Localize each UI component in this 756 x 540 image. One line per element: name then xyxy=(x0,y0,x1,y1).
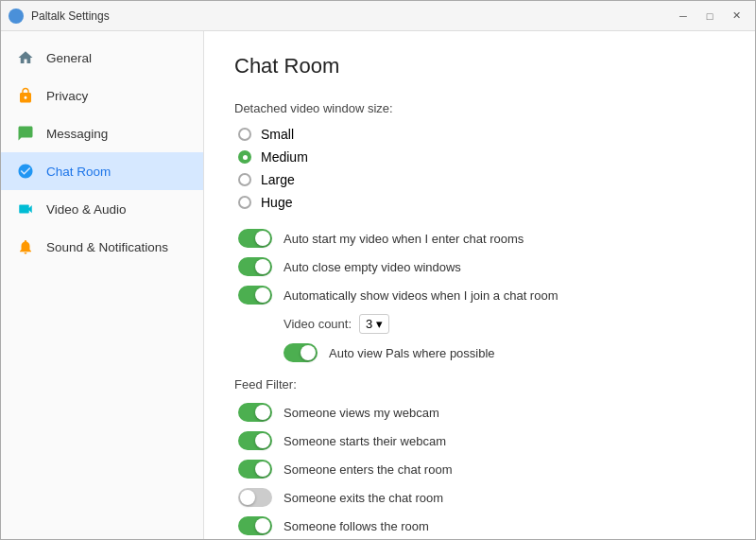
toggle-webcam-view-label: Someone views my webcam xyxy=(284,406,439,420)
toggle-enters-room-switch[interactable] xyxy=(238,460,272,479)
sidebar-item-soundnotif[interactable]: Sound & Notifications xyxy=(1,228,203,266)
radio-small[interactable]: Small xyxy=(238,127,725,142)
lock-icon xyxy=(16,86,35,105)
toggle-exits-room-switch[interactable] xyxy=(238,488,272,507)
feed-filter-webcam-start: Someone starts their webcam xyxy=(234,431,725,450)
video-count-label: Video count: xyxy=(284,317,352,331)
toggle-webcam-start-label: Someone starts their webcam xyxy=(284,434,446,448)
video-count-value: 3 xyxy=(366,317,372,331)
toggle-autoclose-knob xyxy=(255,259,270,274)
messaging-icon xyxy=(16,124,35,143)
window-controls: ─ □ ✕ xyxy=(672,7,747,26)
radio-medium-circle xyxy=(238,150,251,164)
radio-large[interactable]: Large xyxy=(238,172,725,187)
toggle-exits-room-knob xyxy=(240,490,255,505)
video-icon xyxy=(16,200,35,218)
feed-filter-webcam-view: Someone views my webcam xyxy=(234,403,725,422)
page-title: Chat Room xyxy=(234,54,725,78)
radio-huge-circle xyxy=(238,196,251,209)
title-bar-left: Paltalk Settings xyxy=(9,9,110,24)
toggle-exits-room-label: Someone exits the chat room xyxy=(284,491,443,505)
sidebar-messaging-label: Messaging xyxy=(46,127,108,141)
toggle-webcam-start-knob xyxy=(255,433,270,448)
radio-medium-label: Medium xyxy=(261,149,308,165)
toggle-webcam-start-switch[interactable] xyxy=(238,431,272,450)
toggle-follows-room-label: Someone follows the room xyxy=(284,519,429,533)
sidebar-soundnotif-label: Sound & Notifications xyxy=(46,240,168,254)
toggle-webcam-view-knob xyxy=(255,405,270,420)
chatroom-icon xyxy=(16,162,35,181)
minimize-button[interactable]: ─ xyxy=(672,7,695,26)
toggle-autoview-label: Auto view Pals where possible xyxy=(329,346,495,360)
toggle-autoclose-video: Auto close empty video windows xyxy=(234,257,725,276)
content-area: General Privacy Messaging Chat Room xyxy=(1,31,755,539)
toggle-autoview-knob xyxy=(301,345,316,360)
radio-huge-label: Huge xyxy=(261,195,292,210)
toggle-autostart-knob xyxy=(255,231,270,246)
sidebar-chatroom-label: Chat Room xyxy=(46,165,111,179)
radio-huge[interactable]: Huge xyxy=(238,195,725,210)
home-icon xyxy=(16,48,35,67)
maximize-button[interactable]: □ xyxy=(698,7,721,26)
toggle-follows-room-switch[interactable] xyxy=(238,516,272,535)
sidebar-privacy-label: Privacy xyxy=(46,89,88,103)
app-icon xyxy=(9,9,24,24)
sidebar-item-chatroom[interactable]: Chat Room xyxy=(1,152,203,190)
toggle-autoshow-knob xyxy=(255,287,270,303)
toggle-webcam-view-switch[interactable] xyxy=(238,403,272,422)
toggle-autoshow-switch[interactable] xyxy=(238,286,272,305)
toggle-enters-room-label: Someone enters the chat room xyxy=(284,462,453,477)
feed-filter-label: Feed Filter: xyxy=(234,377,725,392)
title-bar: Paltalk Settings ─ □ ✕ xyxy=(1,1,755,31)
toggle-autostart-switch[interactable] xyxy=(238,229,272,248)
sidebar-general-label: General xyxy=(46,51,92,65)
sidebar-item-videoaudio[interactable]: Video & Audio xyxy=(1,190,203,228)
sidebar-item-messaging[interactable]: Messaging xyxy=(1,114,203,152)
toggle-autoview: Auto view Pals where possible xyxy=(284,343,725,362)
video-count-select[interactable]: 3 ▾ xyxy=(359,314,389,334)
toggle-autoshow-label: Automatically show videos when I join a … xyxy=(284,288,558,303)
radio-small-circle xyxy=(238,128,251,141)
toggle-autostart-label: Auto start my video when I enter chat ro… xyxy=(284,232,524,246)
sidebar-item-general[interactable]: General xyxy=(1,39,203,77)
toggle-autoclose-switch[interactable] xyxy=(238,257,272,276)
window-title: Paltalk Settings xyxy=(31,9,110,23)
close-button[interactable]: ✕ xyxy=(725,7,747,26)
video-size-radio-group: Small Medium Large Huge xyxy=(234,127,725,210)
auto-view-row: Auto view Pals where possible xyxy=(234,343,725,362)
sidebar-videoaudio-label: Video & Audio xyxy=(46,202,127,217)
chevron-down-icon: ▾ xyxy=(376,317,383,331)
feed-filter-enters-room: Someone enters the chat room xyxy=(234,460,725,479)
toggle-autoclose-label: Auto close empty video windows xyxy=(284,260,461,274)
feed-filter-follows-room: Someone follows the room xyxy=(234,516,725,535)
radio-medium[interactable]: Medium xyxy=(238,149,725,165)
sidebar-item-privacy[interactable]: Privacy xyxy=(1,77,203,114)
app-window: Paltalk Settings ─ □ ✕ General Privacy xyxy=(0,0,756,540)
radio-large-circle xyxy=(238,173,251,186)
toggle-autostart-video: Auto start my video when I enter chat ro… xyxy=(234,229,725,248)
feed-filter-exits-room: Someone exits the chat room xyxy=(234,488,725,507)
video-count-row: Video count: 3 ▾ xyxy=(234,314,725,334)
toggle-enters-room-knob xyxy=(255,462,270,477)
video-window-section-label: Detached video window size: xyxy=(234,101,725,115)
main-content: Chat Room Detached video window size: Sm… xyxy=(204,31,755,539)
bell-icon xyxy=(16,237,35,256)
toggle-autoshow-video: Automatically show videos when I join a … xyxy=(234,286,725,305)
sidebar: General Privacy Messaging Chat Room xyxy=(1,31,204,539)
radio-large-label: Large xyxy=(261,172,295,187)
radio-small-label: Small xyxy=(261,127,294,142)
toggle-autoview-switch[interactable] xyxy=(284,343,318,362)
toggle-follows-room-knob xyxy=(255,518,270,533)
